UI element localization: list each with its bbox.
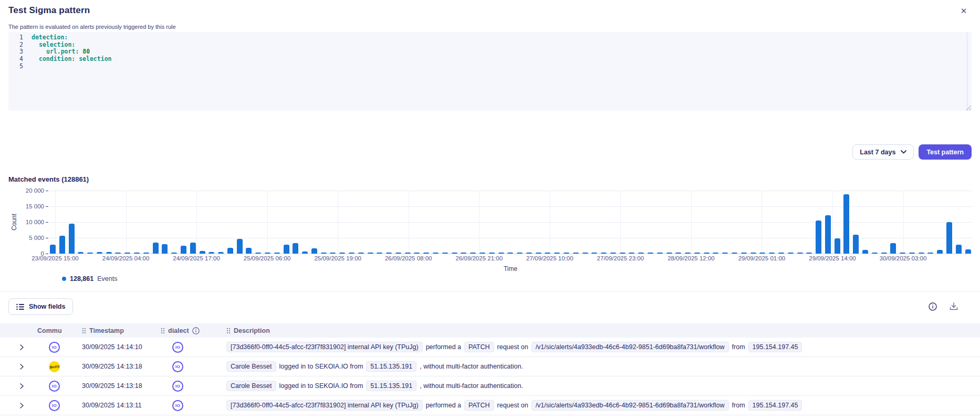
event-count-bar[interactable] (311, 248, 317, 254)
event-count-bar[interactable] (265, 253, 270, 254)
table-row[interactable]: IO30/09/2025 14:13:18IOCarole Bessetlogg… (0, 376, 980, 396)
expand-row-button[interactable] (8, 344, 37, 350)
event-count-bar[interactable] (423, 253, 429, 254)
event-count-bar[interactable] (124, 253, 130, 254)
event-count-bar[interactable] (946, 222, 952, 254)
sigma-code-editor[interactable]: 1detection:2selection:3url.port: 804cond… (8, 32, 972, 111)
event-count-bar[interactable] (835, 238, 840, 254)
event-count-bar[interactable] (582, 253, 588, 254)
event-count-bar[interactable] (965, 249, 971, 254)
event-count-bar[interactable] (153, 243, 159, 254)
event-count-bar[interactable] (461, 253, 466, 254)
event-count-bar[interactable] (573, 253, 579, 254)
event-count-bar[interactable] (171, 253, 177, 254)
event-count-bar[interactable] (330, 253, 336, 254)
drag-handle-icon[interactable] (161, 328, 165, 334)
event-count-bar[interactable] (872, 253, 878, 254)
event-count-bar[interactable] (694, 253, 700, 254)
value-chip[interactable]: 51.15.135.191 (366, 361, 416, 372)
header-timestamp[interactable]: Timestamp (82, 327, 161, 334)
event-count-bar[interactable] (452, 253, 457, 254)
value-chip[interactable]: PATCH (464, 342, 494, 352)
event-count-bar[interactable] (956, 245, 962, 254)
event-count-bar[interactable] (321, 253, 327, 254)
event-count-bar[interactable] (843, 194, 849, 254)
event-count-bar[interactable] (704, 253, 710, 254)
expand-row-button[interactable] (8, 383, 37, 389)
event-count-bar[interactable] (629, 253, 634, 254)
event-count-bar[interactable] (368, 253, 373, 254)
event-count-bar[interactable] (200, 251, 205, 254)
drag-handle-icon[interactable] (226, 328, 231, 334)
event-count-bar[interactable] (890, 243, 896, 254)
header-description[interactable]: Description (226, 327, 980, 334)
event-count-bar[interactable] (414, 253, 420, 254)
event-count-bar[interactable] (881, 253, 887, 254)
event-count-bar[interactable] (255, 253, 261, 254)
event-count-bar[interactable] (732, 253, 737, 254)
event-count-bar[interactable] (825, 215, 831, 254)
show-fields-button[interactable]: Show fields (8, 298, 73, 315)
event-count-bar[interactable] (750, 253, 756, 254)
event-count-bar[interactable] (134, 253, 140, 254)
event-count-bar[interactable] (50, 245, 56, 254)
event-count-bar[interactable] (386, 253, 392, 254)
header-dialect[interactable]: dialect (161, 327, 226, 334)
value-chip[interactable]: [73d366f0-0ff0-44c5-afcc-f23f7f831902] i… (226, 400, 423, 411)
event-count-bar[interactable] (284, 245, 289, 254)
event-count-bar[interactable] (927, 253, 933, 254)
event-count-bar[interactable] (395, 253, 401, 254)
event-count-bar[interactable] (405, 253, 411, 254)
event-count-bar[interactable] (442, 253, 448, 254)
event-count-bar[interactable] (208, 252, 214, 254)
event-count-bar[interactable] (816, 220, 821, 254)
event-count-bar[interactable] (545, 253, 550, 254)
event-count-bar[interactable] (853, 235, 859, 254)
event-count-bar[interactable] (675, 253, 681, 254)
info-icon[interactable] (929, 302, 937, 311)
event-count-bar[interactable] (722, 253, 728, 254)
event-count-bar[interactable] (554, 253, 560, 254)
event-count-bar[interactable] (909, 253, 915, 254)
value-chip[interactable]: /v1/sic/alerts/4a933edb-46c6-4b92-9851-6… (531, 342, 729, 352)
event-count-bar[interactable] (919, 253, 924, 254)
event-count-bar[interactable] (479, 253, 485, 254)
event-count-bar[interactable] (181, 246, 186, 254)
event-count-bar[interactable] (377, 253, 382, 254)
event-count-bar[interactable] (806, 253, 812, 254)
download-icon[interactable] (950, 302, 958, 311)
event-count-bar[interactable] (358, 253, 364, 254)
expand-row-button[interactable] (8, 403, 37, 408)
event-count-bar[interactable] (937, 250, 943, 254)
event-count-bar[interactable] (666, 253, 672, 254)
event-count-bar[interactable] (685, 253, 691, 254)
event-count-bar[interactable] (349, 253, 355, 254)
event-count-bar[interactable] (339, 253, 345, 254)
value-chip[interactable]: 51.15.135.191 (366, 381, 416, 391)
event-count-bar[interactable] (246, 248, 252, 254)
expand-row-button[interactable] (8, 364, 37, 370)
table-row[interactable]: IO30/09/2025 14:14:10IO[73d366f0-0ff0-44… (0, 338, 980, 357)
event-count-bar[interactable] (900, 253, 905, 254)
resize-handle-icon[interactable] (965, 104, 971, 110)
event-count-bar[interactable] (59, 236, 65, 254)
table-row[interactable]: IO30/09/2025 14:13:11IO[73d366f0-0ff0-44… (0, 396, 980, 415)
event-count-bar[interactable] (638, 253, 644, 254)
value-chip[interactable]: /v1/sic/alerts/4a933edb-46c6-4b92-9851-6… (531, 400, 729, 411)
event-count-bar[interactable] (106, 252, 112, 254)
table-row[interactable]: Betty30/09/2025 14:13:18IOCarole Bessetl… (0, 357, 980, 376)
event-count-bar[interactable] (274, 253, 280, 254)
event-count-bar[interactable] (648, 253, 653, 254)
event-count-bar[interactable] (433, 253, 439, 254)
event-count-bar[interactable] (797, 253, 803, 254)
event-count-bar[interactable] (218, 252, 224, 254)
value-chip[interactable]: PATCH (464, 400, 494, 411)
event-count-bar[interactable] (97, 252, 102, 254)
value-chip[interactable]: 195.154.197.45 (748, 342, 802, 352)
event-count-bar[interactable] (470, 253, 476, 254)
event-count-bar[interactable] (759, 253, 765, 254)
event-count-bar[interactable] (657, 253, 663, 254)
event-count-bar[interactable] (489, 253, 495, 254)
event-count-bar[interactable] (564, 253, 569, 254)
event-count-bar[interactable] (302, 251, 308, 254)
